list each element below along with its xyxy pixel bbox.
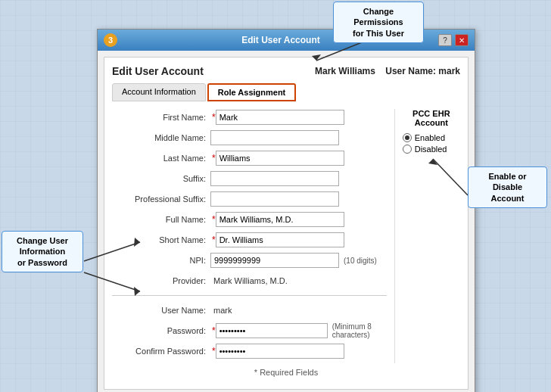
confirm-password-row: Confirm Password: * [112, 343, 387, 359]
callout-change: Change User Information or Password [2, 231, 83, 272]
suffix-label: Suffix: [112, 174, 210, 183]
confirm-password-label: Confirm Password: [112, 347, 210, 356]
form-fields: First Name: * Middle Name: Last Name: * [112, 109, 387, 363]
disabled-label: Disabled [415, 145, 447, 154]
middle-name-row: Middle Name: [112, 129, 387, 146]
enabled-radio-item[interactable]: Enabled [403, 133, 460, 142]
username-row: User Name: mark [112, 302, 387, 319]
password-label: Password: [112, 326, 210, 335]
npi-row: NPI: (10 digits) [112, 252, 387, 269]
account-status-group: Enabled Disabled [403, 133, 460, 154]
provider-label: Provider: [112, 276, 210, 285]
last-name-input[interactable] [216, 151, 344, 166]
short-name-input[interactable] [216, 232, 344, 247]
help-button[interactable]: ? [438, 34, 452, 46]
titlebar-buttons: ? ✕ [438, 34, 469, 46]
confirm-password-input[interactable] [216, 344, 344, 359]
username-label: User Name: [112, 306, 210, 315]
middle-name-input[interactable] [210, 130, 339, 145]
first-name-input[interactable] [216, 110, 344, 125]
provider-row: Provider: Mark Williams, M.D. [112, 272, 387, 289]
dialog-header-title: Edit User Account [112, 65, 204, 77]
dialog-user-display: Mark Williams User Name: mark [315, 66, 460, 76]
npi-input[interactable] [210, 253, 339, 268]
password-input[interactable] [216, 323, 328, 338]
pcc-account-title: PCC EHR Account [403, 109, 460, 127]
disabled-radio-item[interactable]: Disabled [403, 145, 460, 154]
enabled-radio[interactable] [403, 133, 412, 142]
disabled-radio[interactable] [403, 145, 412, 154]
prof-suffix-row: Professional Suffix: [112, 191, 387, 207]
password-row: Password: * (Minimum 8 characters) [112, 322, 387, 339]
prof-suffix-input[interactable] [210, 191, 339, 207]
callout-permissions: Change Permissions for This User [333, 2, 424, 43]
tab-account-information[interactable]: Account Information [112, 83, 206, 101]
dialog-header: Edit User Account Mark Williams User Nam… [112, 65, 460, 77]
callout-change-text: Change User Information or Password [17, 236, 68, 267]
enabled-label: Enabled [415, 133, 445, 142]
callout-enable-text: Enable or Disable Account [488, 172, 526, 203]
short-name-label: Short Name: [112, 235, 210, 244]
short-name-row: Short Name: * [112, 232, 387, 248]
tab-role-assignment[interactable]: Role Assignment [207, 83, 296, 101]
provider-value: Mark Williams, M.D. [210, 276, 288, 285]
dialog-content: Edit User Account Mark Williams User Nam… [104, 57, 469, 390]
callout-enable: Enable or Disable Account [468, 166, 547, 208]
form-divider [112, 295, 387, 296]
callout-permissions-text: Change Permissions for This User [353, 7, 404, 38]
required-fields-note: * Required Fields [112, 368, 460, 377]
last-name-row: Last Name: * [112, 150, 387, 166]
full-name-row: Full Name: * [112, 211, 387, 228]
right-panel: PCC EHR Account Enabled Disabled [394, 109, 460, 363]
last-name-label: Last Name: [112, 154, 210, 163]
password-note: (Minimum 8 characters) [332, 322, 387, 339]
first-name-label: First Name: [112, 113, 210, 122]
npi-note: (10 digits) [344, 257, 377, 265]
suffix-row: Suffix: [112, 170, 387, 187]
full-name-input[interactable] [216, 212, 344, 227]
prof-suffix-label: Professional Suffix: [112, 194, 210, 204]
username-value: mark [210, 306, 232, 315]
first-name-row: First Name: * [112, 109, 387, 126]
full-name-label: Full Name: [112, 215, 210, 224]
close-button[interactable]: ✕ [455, 34, 469, 46]
dialog-icon: 3 [104, 33, 117, 47]
suffix-input[interactable] [210, 171, 339, 186]
tabs-container: Account Information Role Assignment [112, 83, 460, 101]
npi-label: NPI: [112, 256, 210, 265]
edit-user-dialog: 3 Edit User Account ? ✕ Edit User Accoun… [97, 29, 475, 392]
middle-name-label: Middle Name: [112, 133, 210, 142]
form-area: First Name: * Middle Name: Last Name: * [112, 109, 460, 363]
